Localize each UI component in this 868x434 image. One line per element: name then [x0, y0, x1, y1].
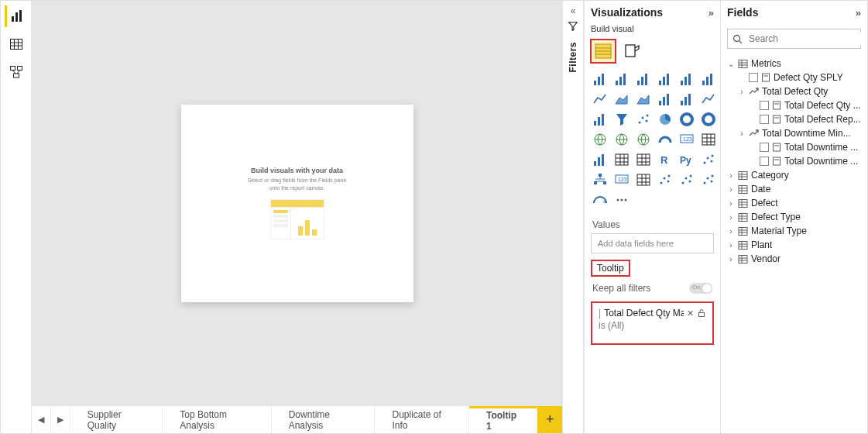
viz-stacked-area-icon[interactable] — [634, 91, 653, 108]
report-page[interactable]: Build visuals with your data Select or d… — [181, 105, 413, 302]
report-view-button[interactable] — [5, 5, 28, 27]
page-tab-1[interactable]: Top Bottom Analysis — [163, 406, 271, 433]
viz-qna-icon[interactable]: 123 — [612, 171, 631, 188]
table-defect[interactable]: ›Defect — [726, 196, 864, 210]
viz-area-icon[interactable] — [612, 91, 631, 108]
viz-azure-map-icon[interactable] — [634, 131, 653, 148]
keep-filters-toggle[interactable]: On — [689, 283, 712, 294]
viz-line-clustered-column-icon[interactable] — [678, 91, 696, 108]
tab-next-button[interactable]: ▶ — [51, 406, 70, 433]
field-total-downtime-[interactable]: Total Downtime ... — [726, 140, 864, 154]
field-checkbox[interactable] — [760, 115, 769, 124]
viz-collapse-button[interactable]: » — [708, 7, 714, 19]
viz-multi-row-card-icon[interactable] — [699, 131, 718, 148]
svg-rect-23 — [623, 74, 626, 85]
filters-expand-button[interactable]: « — [571, 5, 576, 16]
field-total-downtime-[interactable]: Total Downtime ... — [726, 154, 864, 168]
viz-key-influencers-icon[interactable] — [699, 151, 718, 168]
svg-point-55 — [595, 134, 606, 145]
field-defect-qty-sply[interactable]: Defect Qty SPLY — [726, 71, 864, 84]
viz-stacked-column-icon[interactable] — [612, 71, 631, 88]
keep-filters-label: Keep all filters — [592, 283, 650, 294]
viz-100-stacked-bar-icon[interactable] — [678, 71, 696, 88]
svg-rect-27 — [659, 81, 661, 85]
table-defect-type[interactable]: ›Defect Type — [726, 210, 864, 224]
viz-py-visual-icon[interactable]: Py — [678, 151, 696, 168]
field-checkbox[interactable] — [760, 101, 769, 110]
viz-arcgis-icon[interactable] — [591, 191, 609, 208]
add-page-button[interactable]: + — [537, 406, 562, 433]
svg-point-100 — [667, 181, 670, 183]
data-view-button[interactable] — [5, 33, 28, 55]
viz-metrics-icon[interactable] — [678, 171, 696, 188]
field-label: Total Downtime ... — [784, 156, 858, 167]
viz-ribbon-icon[interactable] — [699, 91, 718, 108]
table-plant[interactable]: ›Plant — [726, 238, 864, 252]
viz-scatter-icon[interactable] — [634, 111, 653, 128]
field-total-defect-rep-[interactable]: Total Defect Rep... — [726, 112, 864, 126]
svg-point-99 — [664, 177, 666, 180]
viz-clustered-column-icon[interactable] — [656, 71, 674, 88]
page-tab-4[interactable]: Tooltip 1 — [469, 406, 537, 433]
field-total-downtime-min-[interactable]: ›Total Downtime Min... — [726, 126, 864, 140]
viz-funnel-icon[interactable] — [612, 111, 631, 128]
fields-search-input[interactable] — [747, 33, 866, 45]
table-material-type[interactable]: ›Material Type — [726, 224, 864, 238]
model-view-button[interactable] — [5, 61, 28, 83]
viz-matrix-icon[interactable] — [634, 151, 653, 168]
table-vendor[interactable]: ›Vendor — [726, 252, 864, 266]
viz-filled-map-icon[interactable] — [612, 131, 631, 148]
viz-more-icon[interactable] — [612, 191, 631, 208]
field-checkbox[interactable] — [760, 143, 769, 152]
page-tab-3[interactable]: Duplicate of Info — [375, 406, 468, 433]
viz-card-icon[interactable]: 123 — [678, 131, 696, 148]
viz-pie-icon[interactable] — [656, 111, 674, 128]
viz-map-icon[interactable] — [591, 131, 609, 148]
lock-icon[interactable] — [697, 308, 706, 318]
viz-custom-visual-icon[interactable] — [699, 171, 718, 188]
viz-decomposition-tree-icon[interactable] — [591, 171, 609, 188]
field-total-defect-qty-[interactable]: Total Defect Qty ... — [726, 98, 864, 112]
filters-pane-collapsed: « Filters — [562, 1, 584, 433]
viz-line-stacked-column-icon[interactable] — [656, 91, 674, 108]
filters-icon — [568, 21, 578, 34]
viz-waterfall-icon[interactable] — [591, 111, 609, 128]
viz-smart-narrative-icon[interactable] — [656, 171, 674, 188]
build-visual-tab[interactable] — [591, 40, 616, 63]
field-checkbox[interactable] — [749, 73, 758, 82]
field-checkbox[interactable] — [760, 157, 769, 166]
report-canvas[interactable]: Build visuals with your data Select or d… — [32, 1, 562, 405]
format-visual-tab[interactable] — [620, 40, 645, 63]
viz-line-icon[interactable] — [591, 91, 609, 108]
filter-remove-button[interactable]: ✕ — [687, 308, 694, 319]
tooltip-filter-card[interactable]: | Total Defect Qty Max ✕ is (All) — [591, 301, 714, 345]
visualizations-pane: Visualizations » Build visual 123RPy123 … — [584, 1, 720, 433]
field-total-defect-qty[interactable]: ›Total Defect Qty — [726, 84, 864, 98]
viz-donut-icon[interactable] — [678, 111, 696, 128]
svg-point-53 — [681, 114, 692, 125]
viz-clustered-bar-icon[interactable] — [634, 71, 653, 88]
svg-rect-32 — [688, 74, 691, 85]
filters-pane-label[interactable]: Filters — [568, 42, 578, 73]
svg-rect-113 — [699, 313, 705, 317]
fields-search[interactable] — [727, 29, 861, 49]
field-label: Total Downtime ... — [784, 142, 858, 153]
values-dropwell[interactable]: Add data fields here — [591, 233, 714, 253]
viz-kpi-icon[interactable] — [591, 151, 609, 168]
table-category[interactable]: ›Category — [726, 168, 864, 182]
table-metrics[interactable]: ⌄Metrics — [726, 57, 864, 71]
svg-rect-58 — [681, 135, 693, 143]
viz-stacked-bar-icon[interactable] — [591, 71, 609, 88]
viz-paginated-icon[interactable] — [634, 171, 653, 188]
page-tab-0[interactable]: Supplier Quality — [70, 406, 163, 433]
viz-treemap-icon[interactable] — [699, 111, 718, 128]
viz-gauge-icon[interactable] — [656, 131, 674, 148]
table-date[interactable]: ›Date — [726, 182, 864, 196]
viz-100-stacked-column-icon[interactable] — [699, 71, 718, 88]
viz-table-icon[interactable] — [612, 151, 631, 168]
svg-point-54 — [703, 114, 714, 125]
tab-prev-button[interactable]: ◀ — [32, 406, 51, 433]
viz-r-visual-icon[interactable]: R — [656, 151, 674, 168]
page-tab-2[interactable]: Downtime Analysis — [272, 406, 376, 433]
fields-collapse-button[interactable]: » — [856, 7, 861, 19]
